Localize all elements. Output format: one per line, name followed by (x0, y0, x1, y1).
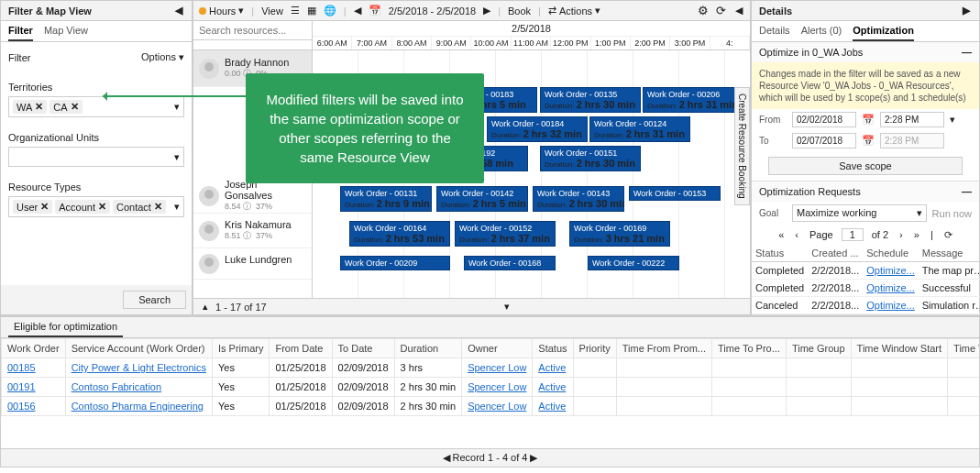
next-date-icon[interactable]: ▶ (483, 5, 490, 16)
table-row[interactable]: Completed2/2/2018...Optimize...The map p… (752, 262, 980, 280)
collapse-middle-icon[interactable]: ◀ (733, 5, 744, 16)
remove-tag-icon[interactable]: ✕ (35, 101, 43, 113)
table-row[interactable]: 00185City Power & Light ElectronicsYes01… (2, 358, 980, 378)
column-header[interactable]: Time Window End (948, 339, 979, 358)
work-order-block[interactable]: Work Order - 00209 (340, 256, 450, 270)
collapse-section-icon[interactable]: — (962, 186, 972, 197)
work-order-block[interactable]: Work Order - 00131Duration: 2 hrs 9 min (340, 186, 432, 212)
work-order-block[interactable]: Work Order - 00168 (464, 256, 556, 270)
resource-item[interactable]: Kris Nakamura8.51 ⓘ 37% (193, 214, 312, 248)
column-header[interactable]: From Date (270, 339, 332, 358)
run-now-button[interactable]: Run now (932, 208, 972, 219)
column-header[interactable]: Schedule (863, 245, 919, 262)
chevron-down-icon[interactable]: ▾ (174, 151, 180, 163)
work-order-link[interactable]: 00156 (7, 401, 36, 412)
column-header[interactable]: Is Primary (212, 339, 270, 358)
from-time-input[interactable] (880, 112, 944, 127)
work-order-block[interactable]: Work Order - 00151Duration: 2 hrs 30 min (540, 146, 641, 171)
table-row[interactable]: 00191Contoso FabricationYes01/25/201802/… (2, 378, 980, 397)
page-first-icon[interactable]: « (776, 229, 787, 240)
schedule-link[interactable]: Optimize... (866, 265, 915, 276)
status-link[interactable]: Active (538, 362, 566, 373)
refresh-icon[interactable]: ⟳ (941, 229, 955, 241)
owner-link[interactable]: Spencer Low (468, 401, 526, 412)
calendar-icon[interactable]: 📅 (862, 114, 875, 126)
tab-details[interactable]: Details (759, 21, 790, 41)
work-order-block[interactable]: Work Order - 00206Duration: 2 hrs 31 min (643, 87, 743, 113)
work-order-block[interactable]: Work Order - 00169Duration: 3 hrs 21 min (569, 221, 670, 247)
schedule-link[interactable]: Optimize... (866, 300, 915, 311)
chevron-down-icon[interactable]: ▾ (174, 101, 180, 113)
remove-tag-icon[interactable]: ✕ (154, 201, 162, 213)
work-order-block[interactable]: Work Order - 00152Duration: 2 hrs 37 min (455, 221, 556, 247)
column-header[interactable]: Duration (394, 339, 462, 358)
table-row[interactable]: Canceled2/2/2018...Optimize...Simulation… (752, 297, 980, 314)
column-header[interactable]: Status (752, 245, 808, 262)
tab-filter[interactable]: Filter (8, 21, 33, 41)
column-header[interactable]: Time To Pro... (712, 339, 787, 358)
column-header[interactable]: Created ... (808, 245, 863, 262)
org-units-input[interactable]: ▾ (8, 147, 184, 167)
actions-dropdown[interactable]: ⇄ Actions ▾ (548, 5, 600, 16)
create-resource-booking-panel[interactable]: Create Resource Booking (734, 87, 750, 205)
column-header[interactable]: Work Order (2, 339, 66, 358)
calendar-icon[interactable]: 📅 (369, 5, 381, 16)
remove-tag-icon[interactable]: ✕ (98, 201, 106, 213)
collapse-right-icon[interactable]: ▶ (961, 5, 972, 16)
tab-eligible[interactable]: Eligible for optimization (8, 317, 123, 337)
chevron-down-icon[interactable]: ▾ (502, 301, 512, 313)
work-order-block[interactable]: Work Order - 00142Duration: 2 hrs 5 min (436, 186, 528, 212)
collapse-section-icon[interactable]: — (962, 47, 972, 58)
gear-icon[interactable]: ⚙ (698, 4, 709, 17)
work-order-link[interactable]: 00191 (7, 381, 36, 392)
prev-date-icon[interactable]: ◀ (354, 5, 361, 16)
page-last-icon[interactable]: » (911, 229, 922, 240)
owner-link[interactable]: Spencer Low (468, 381, 526, 392)
account-link[interactable]: Contoso Pharma Engineering (72, 401, 204, 412)
work-order-block[interactable]: Work Order - 00222 (588, 256, 679, 270)
save-scope-button[interactable]: Save scope (768, 157, 963, 175)
column-header[interactable]: Time Window Start (851, 339, 948, 358)
account-link[interactable]: Contoso Fabrication (72, 381, 161, 392)
search-resources-input[interactable] (193, 21, 312, 40)
book-button[interactable]: Book (508, 6, 531, 16)
status-link[interactable]: Active (538, 381, 566, 392)
territories-input[interactable]: WA✕ CA✕ ▾ (8, 96, 184, 117)
chevron-down-icon[interactable]: ▾ (950, 114, 955, 126)
view-grid-icon[interactable]: ▦ (307, 5, 316, 16)
status-link[interactable]: Active (538, 401, 566, 412)
work-order-block[interactable]: Work Order - 00164Duration: 2 hrs 53 min (349, 221, 450, 247)
resource-item[interactable]: Luke Lundgren (193, 248, 312, 280)
column-header[interactable]: Time Group (786, 339, 851, 358)
options-dropdown[interactable]: Options ▾ (141, 51, 184, 63)
table-row[interactable]: Completed2/2/2018...Optimize...Successfu… (752, 280, 980, 297)
table-row[interactable]: 00156Contoso Pharma EngineeringYes01/25/… (2, 397, 980, 416)
work-order-block[interactable]: Work Order - 00184Duration: 2 hrs 32 min (487, 116, 588, 142)
record-next-icon[interactable]: ▶ (530, 452, 537, 463)
hours-dropdown[interactable]: Hours ▾ (199, 5, 244, 16)
record-prev-icon[interactable]: ◀ (443, 452, 450, 463)
owner-link[interactable]: Spencer Low (468, 362, 526, 373)
column-header[interactable]: Time From Prom... (616, 339, 711, 358)
work-order-link[interactable]: 00185 (7, 362, 36, 373)
work-order-block[interactable]: Work Order - 00153 (629, 186, 721, 201)
collapse-left-icon[interactable]: ◀ (173, 5, 184, 16)
remove-tag-icon[interactable]: ✕ (40, 201, 49, 213)
tab-map-view[interactable]: Map View (44, 21, 88, 41)
page-next-icon[interactable]: › (897, 229, 906, 240)
from-date-input[interactable] (792, 112, 856, 127)
calendar-icon[interactable]: 📅 (862, 135, 875, 147)
view-globe-icon[interactable]: 🌐 (324, 5, 336, 16)
chevron-up-icon[interactable]: ▴ (201, 301, 210, 313)
work-order-block[interactable]: Work Order - 00124Duration: 2 hrs 31 min (589, 116, 690, 142)
page-input[interactable] (842, 228, 864, 241)
goal-select[interactable]: Maximize working ▾ (792, 204, 927, 222)
tab-optimization[interactable]: Optimization (853, 21, 914, 41)
schedule-link[interactable]: Optimize... (866, 282, 915, 293)
column-header[interactable]: Owner (462, 339, 533, 358)
column-header[interactable]: Priority (573, 339, 616, 358)
column-header[interactable]: Message (919, 245, 980, 262)
account-link[interactable]: City Power & Light Electronics (72, 362, 206, 373)
page-prev-icon[interactable]: ‹ (792, 229, 801, 240)
refresh-icon[interactable]: ⟳ (716, 4, 726, 17)
